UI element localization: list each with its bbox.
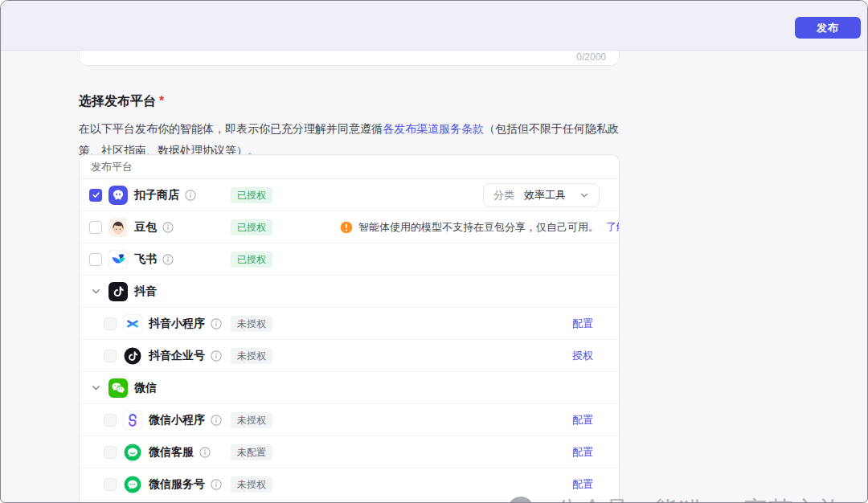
wechat-kefu-icon (123, 443, 142, 462)
status-badge: 已授权 (231, 187, 272, 203)
info-icon[interactable] (185, 190, 196, 201)
status-badge: 未授权 (231, 348, 272, 364)
status-badge: 未授权 (231, 476, 272, 493)
checkbox-doubao[interactable] (89, 221, 102, 234)
wechat-service-icon (123, 475, 142, 494)
checkbox-douyin-enterprise (104, 350, 117, 362)
chevron-down-icon[interactable] (89, 285, 102, 298)
dialog-body: 0/2000 选择发布平台* 在以下平台发布你的智能体，即表示你已充分理解并同意… (1, 51, 867, 503)
info-icon[interactable] (211, 479, 222, 490)
table-row-feishu: 飞书 已授权 (80, 243, 619, 276)
checkbox-wechat-miniapp (104, 414, 117, 427)
info-icon[interactable] (211, 350, 222, 362)
table-row-wechat-miniapp: 微信小程序 未授权 配置 (80, 404, 619, 436)
char-counter: 0/2000 (576, 51, 606, 63)
platform-label: 微信服务号 (149, 477, 205, 492)
status-badge: 未授权 (231, 412, 272, 428)
dialog-header: 发布 (1, 1, 867, 51)
info-icon[interactable] (162, 254, 174, 265)
checkbox-wechat-service (104, 478, 117, 491)
publish-dialog: 发布 0/2000 选择发布平台* 在以下平台发布你的智能体，即表示你已充分理解… (0, 0, 868, 503)
douyin-enterprise-icon (123, 346, 142, 366)
learn-more-link[interactable]: 了解详情 (606, 220, 620, 235)
chevron-down-icon[interactable] (89, 382, 102, 395)
table-row-douyin-enterprise: 抖音企业号 未授权 授权 (80, 340, 619, 372)
status-badge: 未授权 (231, 316, 272, 332)
required-mark: * (159, 94, 164, 108)
warning-icon (340, 221, 353, 234)
platform-label: 微信客服 (149, 445, 194, 460)
configure-link[interactable]: 配置 (572, 317, 593, 331)
platform-label: 抖音小程序 (149, 317, 205, 331)
feishu-icon (108, 250, 128, 269)
authorize-link[interactable]: 授权 (572, 349, 593, 363)
coze-store-icon (108, 186, 128, 205)
configure-link[interactable]: 配置 (572, 445, 593, 460)
chevron-down-icon (579, 190, 589, 200)
configure-link[interactable]: 配置 (572, 413, 593, 427)
doubao-icon (108, 218, 128, 237)
platform-table: 发布平台 扣子商店 (79, 154, 620, 503)
platform-label: 豆包 (134, 220, 157, 235)
checkbox-coze-store[interactable] (89, 189, 102, 202)
warning-text: 智能体使用的模型不支持在豆包分享，仅自己可用。 (358, 220, 599, 235)
table-row-wechat-service: 微信服务号 未授权 配置 (80, 468, 619, 501)
info-icon[interactable] (199, 447, 211, 458)
dropdown-value: 效率工具 (524, 188, 566, 202)
terms-link[interactable]: 各发布渠道服务条款 (383, 122, 484, 135)
table-row-doubao: 豆包 已授权 智能体使用的模型不支持在豆包分享，仅自己可用。 了解详情 (80, 211, 619, 243)
changelog-textarea-bottom[interactable]: 0/2000 (79, 51, 620, 66)
dropdown-prefix: 分类 (493, 188, 514, 202)
info-icon[interactable] (162, 222, 174, 233)
wechat-miniapp-icon (123, 411, 142, 430)
category-dropdown[interactable]: 分类 效率工具 (483, 183, 600, 207)
platform-label: 飞书 (134, 252, 157, 267)
platform-label: 微信小程序 (149, 413, 205, 427)
table-row-wechat-kefu: 微信客服 未配置 配置 (80, 436, 619, 468)
info-icon[interactable] (211, 415, 222, 426)
table-header: 发布平台 (80, 155, 619, 179)
platform-label: 抖音企业号 (149, 349, 205, 363)
checkbox-wechat-kefu (104, 446, 117, 459)
table-group-douyin[interactable]: 抖音 (80, 276, 619, 308)
model-warning: 智能体使用的模型不支持在豆包分享，仅自己可用。 了解详情 (340, 220, 620, 235)
group-label: 抖音 (134, 284, 157, 299)
group-label: 微信 (134, 381, 157, 395)
douyin-icon (108, 282, 128, 301)
status-badge: 未配置 (231, 444, 272, 460)
checkbox-feishu[interactable] (89, 253, 102, 266)
platform-label: 扣子商店 (134, 188, 179, 202)
wechat-icon (108, 378, 128, 398)
info-icon[interactable] (211, 318, 222, 329)
table-group-wechat[interactable]: 微信 (80, 372, 619, 404)
status-badge: 已授权 (231, 251, 272, 268)
douyin-miniapp-icon (123, 314, 142, 333)
checkbox-douyin-miniapp (104, 317, 117, 330)
publish-button[interactable]: 发布 (795, 17, 861, 39)
status-badge: 已授权 (231, 219, 272, 235)
configure-link[interactable]: 配置 (572, 477, 593, 492)
table-row-douyin-miniapp: 抖音小程序 未授权 配置 (80, 308, 619, 340)
section-title: 选择发布平台* (79, 93, 164, 110)
table-row-coze-store: 扣子商店 已授权 分类 效率工具 (80, 179, 619, 211)
